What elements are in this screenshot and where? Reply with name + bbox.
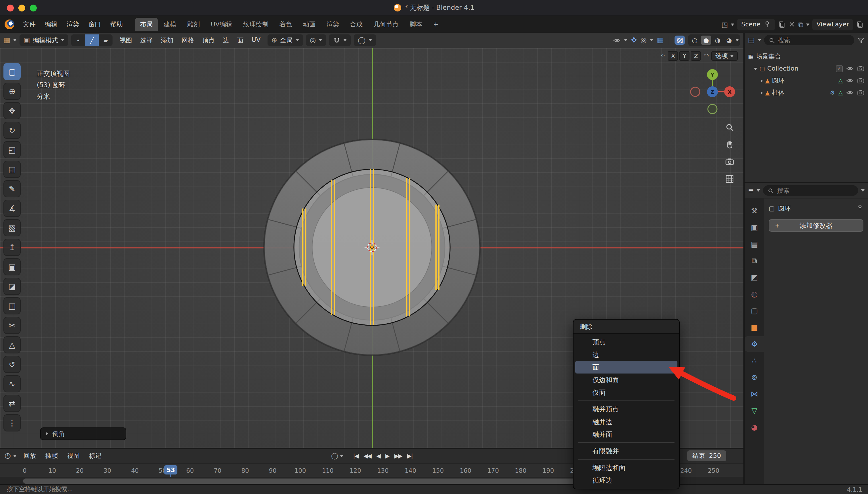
tab-object[interactable]: ■ <box>744 320 764 335</box>
tool-add-cube[interactable]: ▧ <box>3 219 21 236</box>
falloff-icon[interactable]: ◠ <box>703 53 709 59</box>
properties-editor-icon[interactable]: ≡ <box>748 187 754 194</box>
auto-keying-icon[interactable]: ◯ <box>331 452 343 460</box>
tool-knife[interactable]: ✂ <box>3 317 21 334</box>
tool-measure[interactable]: ∡ <box>3 200 21 217</box>
properties-options-chevron-icon[interactable] <box>861 189 865 192</box>
edge-select-mode-button[interactable]: ╱ <box>85 34 99 46</box>
timeline-menu[interactable]: 视图 <box>62 450 85 462</box>
tab-view-layer[interactable]: ⧉ <box>744 253 764 268</box>
workspace-tab[interactable]: 合成 <box>345 18 368 31</box>
workspace-tab[interactable]: 纹理绘制 <box>238 18 274 31</box>
scene-icon[interactable]: ◳ <box>722 21 728 28</box>
workspace-tab[interactable]: UV编辑 <box>205 18 237 31</box>
close-window-button[interactable] <box>7 4 14 11</box>
proportional-editing-dropdown[interactable]: ◯ <box>354 34 376 46</box>
workspace-tab[interactable]: 渲染 <box>321 18 344 31</box>
overlays-chevron-icon[interactable] <box>650 39 653 41</box>
tab-object-data[interactable]: ▽ <box>744 403 764 418</box>
new-scene-icon[interactable] <box>778 21 785 28</box>
add-modifier-button[interactable]: ＋ 添加修改器 <box>769 219 863 232</box>
pin-icon[interactable] <box>856 204 863 211</box>
tab-scene[interactable]: ◩ <box>744 270 764 285</box>
tool-options-dropdown[interactable]: 选项 <box>711 51 738 61</box>
tool-inset-faces[interactable]: ▣ <box>3 258 21 276</box>
properties-editor-chevron-icon[interactable] <box>757 189 760 192</box>
outliner-row-cylinder[interactable]: ▲ 柱体 ⚙ △ <box>744 87 868 99</box>
tool-smooth[interactable]: ∿ <box>3 375 21 393</box>
breadcrumb-object-name[interactable]: 圆环 <box>778 204 791 213</box>
editor-type-chevron-icon[interactable] <box>13 39 17 41</box>
disable-render-camera-icon[interactable] <box>857 77 865 84</box>
tool-edge-slide[interactable]: ⇄ <box>3 395 21 412</box>
tool-move[interactable]: ✥ <box>3 102 21 119</box>
delete-scene-icon[interactable] <box>788 21 795 28</box>
zoom-icon[interactable] <box>724 122 735 133</box>
current-frame-playhead[interactable]: 53 <box>164 465 178 475</box>
context-menu-item[interactable] <box>578 459 675 460</box>
show-overlays-icon[interactable]: ◎ <box>640 37 647 44</box>
context-menu-item[interactable] <box>578 400 675 401</box>
view-layer-chevron-icon[interactable] <box>806 23 810 25</box>
outliner-editor-icon[interactable]: ▤ <box>748 37 755 44</box>
tool-loop-cut[interactable]: ◫ <box>3 297 21 315</box>
context-menu-item[interactable]: 有限融并 <box>575 445 678 457</box>
shading-wireframe-button[interactable]: ○ <box>689 36 700 45</box>
hide-eye-icon[interactable] <box>846 77 854 84</box>
outliner-search-input[interactable]: 搜索 <box>764 35 854 45</box>
outliner-row-scene-collection[interactable]: ▦ 场景集合 <box>744 51 868 62</box>
toggle-xray-button[interactable]: ▨ <box>675 36 685 45</box>
add-workspace-button[interactable]: + <box>428 18 443 31</box>
scene-selector[interactable]: Scene <box>737 19 775 30</box>
disable-render-camera-icon[interactable] <box>857 65 865 72</box>
shading-chevron-icon[interactable] <box>735 39 739 41</box>
blender-logo-icon[interactable] <box>5 19 14 29</box>
expand-chevron-icon[interactable] <box>761 79 763 82</box>
collapse-chevron-icon[interactable] <box>754 68 757 70</box>
outliner-row-torus[interactable]: ▲ 圆环 △ <box>744 75 868 87</box>
tool-extrude[interactable]: ↥ <box>3 239 21 256</box>
camera-view-icon[interactable] <box>724 156 735 168</box>
viewport-menu[interactable]: 边 <box>219 34 233 46</box>
viewport-menu[interactable]: 面 <box>233 34 247 46</box>
context-menu-item[interactable]: 融并边 <box>575 415 678 428</box>
filter-funnel-icon[interactable] <box>857 36 865 44</box>
tool-annotate[interactable]: ✎ <box>3 180 21 197</box>
next-keyframe-button[interactable]: ▶▶ <box>394 453 402 459</box>
viewport-gizmos-icon[interactable]: ▦ <box>657 37 664 44</box>
workspace-tab[interactable]: 脚本 <box>404 18 427 31</box>
play-reverse-button[interactable]: ◀ <box>376 453 380 459</box>
viewport-menu[interactable]: UV <box>247 34 264 46</box>
tool-transform[interactable]: ◱ <box>3 160 21 178</box>
view-layer-icon[interactable]: ⧉ <box>798 21 803 28</box>
visibility-eye-icon[interactable] <box>613 36 621 44</box>
viewport-menu[interactable]: 顶点 <box>198 34 219 46</box>
navigation-gizmo[interactable]: Y X Z <box>688 68 737 118</box>
jump-to-start-button[interactable]: |◀ <box>353 453 358 459</box>
minimize-window-button[interactable] <box>18 4 25 11</box>
tab-modifiers[interactable]: ⚙ <box>744 336 764 352</box>
shading-rendered-button[interactable]: ◕ <box>724 36 734 45</box>
timeline-menu[interactable]: 回放 <box>19 450 41 462</box>
menubar-menu[interactable]: 渲染 <box>62 18 84 31</box>
mode-dropdown[interactable]: ▣ 编辑模式 <box>19 34 69 46</box>
operator-redo-panel[interactable]: 倒角 <box>40 428 126 440</box>
menubar-menu[interactable]: 窗口 <box>84 18 106 31</box>
snap-dropdown[interactable] <box>329 34 351 46</box>
workspace-tab[interactable]: 着色 <box>274 18 297 31</box>
context-menu-item[interactable]: 顶点 <box>575 336 678 348</box>
context-menu-item[interactable]: 循环边 <box>575 474 678 487</box>
workspace-tab[interactable]: 布局 <box>135 18 158 31</box>
axis-toggle-button[interactable]: X <box>668 51 678 61</box>
timeline-editor-icon[interactable]: ◷ <box>5 452 11 460</box>
viewport-menu[interactable]: 网格 <box>178 34 198 46</box>
context-menu-item[interactable]: 仅边和面 <box>575 374 678 386</box>
toggle-ortho-icon[interactable] <box>724 173 735 185</box>
tab-tool[interactable]: ⚒ <box>744 203 764 218</box>
workspace-tab[interactable]: 雕刻 <box>182 18 205 31</box>
expand-chevron-icon[interactable] <box>761 91 763 94</box>
view-layer-selector[interactable]: ViewLayer <box>812 19 853 30</box>
transform-orientation-dropdown[interactable]: ⊕ 全局 <box>267 34 303 46</box>
viewport-menu[interactable]: 添加 <box>157 34 178 46</box>
viewport-menu[interactable]: 选择 <box>136 34 157 46</box>
